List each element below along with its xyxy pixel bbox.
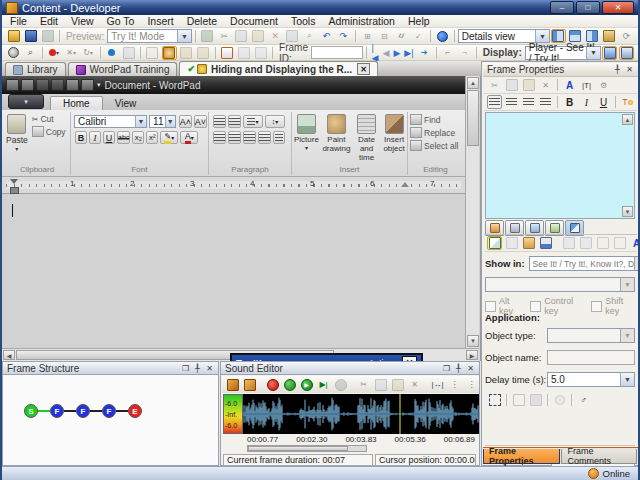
wordpad-tab-view[interactable]: View [103, 97, 149, 110]
scroll-down-icon[interactable]: ▼ [622, 206, 633, 217]
right-indent-marker[interactable] [401, 182, 409, 187]
find-frame-icon[interactable]: ⌕ [23, 46, 38, 60]
scroll-left-icon[interactable]: ◀ [3, 350, 15, 360]
align-right-icon[interactable] [521, 95, 536, 109]
menu-view[interactable]: View [71, 15, 94, 27]
paste-button[interactable]: Paste▾ [6, 114, 28, 152]
subscript-button[interactable]: x₂ [132, 131, 144, 144]
frame-structure-canvas[interactable]: SFFFE [4, 376, 217, 464]
shift-key-checkbox[interactable] [591, 301, 602, 312]
maximize-panel-icon[interactable]: ❒ [181, 364, 190, 373]
frame-node-e-4[interactable]: E [128, 404, 142, 418]
frame-text-editor[interactable]: ▲ ▼ [485, 112, 635, 219]
export-icon[interactable] [619, 46, 634, 60]
last-frame-icon[interactable]: ▶| [404, 48, 413, 58]
selection-area-icon[interactable] [487, 393, 502, 407]
underline-icon[interactable]: U [596, 95, 611, 109]
menu-administration[interactable]: Administration [328, 15, 395, 27]
title-bar[interactable]: Content - Developer – □ ✕ [2, 0, 638, 15]
menu-insert[interactable]: Insert [147, 15, 173, 27]
vertical-scrollbar[interactable]: ▲ ▼ [465, 76, 479, 348]
font-size-combo[interactable]: 11▼ [149, 115, 176, 128]
marker-in-icon[interactable]: ⋮ [447, 378, 462, 392]
delay-time-combo[interactable]: 5.0▼ [547, 372, 635, 387]
menu-tools[interactable]: Tools [291, 15, 316, 27]
italic-icon[interactable]: I [579, 95, 594, 109]
align-right-button[interactable] [243, 131, 256, 144]
tab-frame-comments[interactable]: Frame Comments [561, 449, 637, 464]
properties-icon[interactable] [602, 29, 617, 43]
wordpad-document-area[interactable] [2, 194, 465, 348]
display-combo[interactable]: Player - See It! / Try It!▼ [525, 46, 601, 60]
open-item-icon[interactable] [521, 236, 536, 250]
shrink-font-button[interactable]: A˅ [194, 115, 207, 128]
minimize-button[interactable]: – [550, 1, 574, 14]
vscroll-thumb[interactable] [467, 90, 479, 146]
maximize-button[interactable]: □ [576, 1, 600, 14]
waveform-scroll-thumb[interactable] [248, 446, 348, 451]
add-frame-icon[interactable]: ▾ [47, 46, 62, 60]
link-frames-icon[interactable] [104, 46, 119, 60]
capture-icon[interactable] [162, 46, 177, 60]
font-style-icon[interactable]: A [629, 236, 640, 250]
cut-button[interactable]: ✂Cut [32, 114, 66, 124]
insert-variable-icon[interactable]: |T| [579, 78, 594, 92]
select-all-sound-icon[interactable]: |↔| [430, 378, 445, 392]
tab-hiding-displaying-ruler[interactable]: ✔ Hiding and Displaying the R... ✕ [179, 61, 378, 76]
sound-editor-header[interactable]: Sound Editor ❒ ╀ ✕ [220, 361, 480, 375]
save-icon[interactable] [23, 29, 38, 43]
date-time-button[interactable]: Date and time [354, 114, 379, 162]
scroll-up-icon[interactable]: ▲ [467, 77, 479, 89]
wordpad-tab-home[interactable]: Home [50, 96, 103, 110]
align-center-button[interactable] [228, 131, 241, 144]
bullets-button[interactable]: ▾ [243, 115, 263, 128]
record-mic-icon[interactable] [282, 378, 297, 392]
replace-button[interactable]: Replace [410, 127, 463, 138]
close-panel-icon[interactable]: ✕ [625, 65, 634, 74]
decrease-indent-button[interactable] [213, 115, 226, 128]
fill-color-icon[interactable] [538, 236, 553, 250]
first-line-indent-marker[interactable] [10, 179, 18, 184]
scroll-down-icon[interactable]: ▼ [467, 335, 479, 347]
wordpad-menu-button[interactable]: ▾ [8, 94, 44, 109]
menu-document[interactable]: Document [230, 15, 278, 27]
scroll-up-icon[interactable]: ▲ [622, 114, 633, 125]
undo-icon[interactable]: ↶ [319, 29, 334, 43]
underline-button[interactable]: U [103, 131, 115, 144]
help-icon[interactable] [435, 29, 450, 43]
next-frame-icon[interactable]: ▶ [393, 48, 400, 58]
menu-help[interactable]: Help [408, 15, 430, 27]
scroll-right-icon[interactable]: ▶ [466, 350, 478, 360]
close-panel-icon[interactable]: ✕ [466, 364, 475, 373]
stopwatch-icon[interactable] [6, 46, 21, 60]
justify-button[interactable] [258, 131, 271, 144]
paragraph-dialog-button[interactable] [273, 131, 285, 144]
grow-font-button[interactable]: A˄ [179, 115, 192, 128]
maximize-panel-icon[interactable]: ❒ [442, 364, 451, 373]
close-button[interactable]: ✕ [602, 1, 634, 14]
frame-structure-header[interactable]: Frame Structure ❒ ╀ ✕ [2, 361, 219, 375]
highlight-button[interactable]: ✎▾ [160, 131, 178, 144]
text-effects-icon[interactable]: T [620, 95, 635, 109]
marker-out-icon[interactable]: ⋮ [464, 378, 479, 392]
export-sound-icon[interactable] [242, 378, 257, 392]
control-key-checkbox[interactable] [530, 301, 541, 312]
font-icon[interactable]: A [562, 78, 577, 92]
redo-icon[interactable]: ↷ [336, 29, 351, 43]
frame-node-s-0[interactable]: S [24, 404, 38, 418]
copy-button[interactable]: Copy [32, 126, 66, 137]
simulation-viewport[interactable]: ▾ Document - WordPad ▾ Home View Paste▾ … [2, 76, 481, 361]
left-indent-marker[interactable] [10, 187, 19, 194]
preview-mode-combo[interactable]: Try It! Mode▼ [107, 29, 192, 43]
wordpad-ruler[interactable]: 1234567 [2, 177, 465, 194]
frame-properties-header[interactable]: Frame Properties ╀ ✕ [483, 63, 638, 77]
menu-edit[interactable]: Edit [40, 15, 58, 27]
font-color-button[interactable]: A▾ [180, 131, 198, 144]
tab-close-icon[interactable]: ✕ [357, 63, 370, 75]
import-sound-icon[interactable] [225, 378, 240, 392]
apply-icon[interactable] [487, 236, 502, 250]
paint-drawing-button[interactable]: Paint drawing [323, 114, 350, 153]
play-to-cursor-icon[interactable]: ▶| [316, 378, 331, 392]
frame-node-f-1[interactable]: F [50, 404, 64, 418]
find-button[interactable]: Find [410, 114, 463, 125]
